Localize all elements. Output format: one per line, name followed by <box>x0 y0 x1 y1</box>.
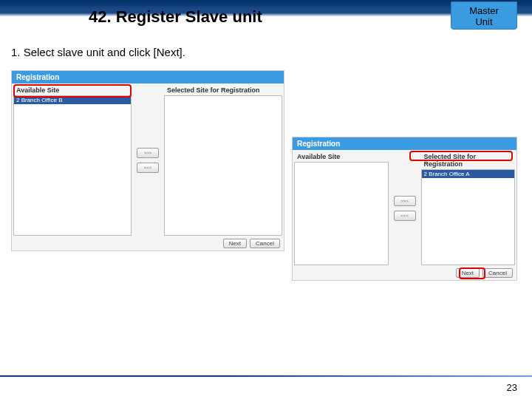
list-item[interactable]: 2 Branch Office B <box>14 96 131 104</box>
remove-button[interactable]: <<< <box>137 163 159 173</box>
available-site-list[interactable]: 2 Branch Office B <box>13 95 132 236</box>
next-button[interactable]: Next <box>456 268 480 278</box>
registration-dialog-after: Registration Available Site >>> <<< Sele… <box>292 137 517 281</box>
dialog-title: Registration <box>293 137 516 150</box>
slide-header: 42. Register Slave unit MasterUnit <box>0 0 532 37</box>
dialog-title: Registration <box>12 71 284 83</box>
add-button[interactable]: >>> <box>394 196 416 206</box>
add-button[interactable]: >>> <box>137 148 159 158</box>
cancel-button[interactable]: Cancel <box>482 268 513 278</box>
unit-badge: MasterUnit <box>451 1 517 30</box>
available-site-list[interactable] <box>294 162 389 265</box>
selected-site-label: Selected Site for Registration <box>421 151 516 169</box>
selected-site-list[interactable] <box>164 95 282 236</box>
footer-divider <box>0 375 532 377</box>
remove-button[interactable]: <<< <box>394 211 416 221</box>
registration-dialog-before: Registration Available Site 2 Branch Off… <box>11 70 284 251</box>
available-site-label: Available Site <box>294 151 389 162</box>
selected-site-list[interactable]: 2 Branch Office A <box>421 169 516 265</box>
available-site-label: Available Site <box>13 85 132 95</box>
instruction-step: 1. Select slave unit and click [Next]. <box>11 46 185 58</box>
next-button[interactable]: Next <box>223 239 247 248</box>
cancel-button[interactable]: Cancel <box>250 239 280 248</box>
page-number: 23 <box>507 382 517 393</box>
selected-site-label: Selected Site for Registration <box>164 85 282 95</box>
slide-title: 42. Register Slave unit <box>89 7 262 27</box>
list-item[interactable]: 2 Branch Office A <box>422 170 515 178</box>
